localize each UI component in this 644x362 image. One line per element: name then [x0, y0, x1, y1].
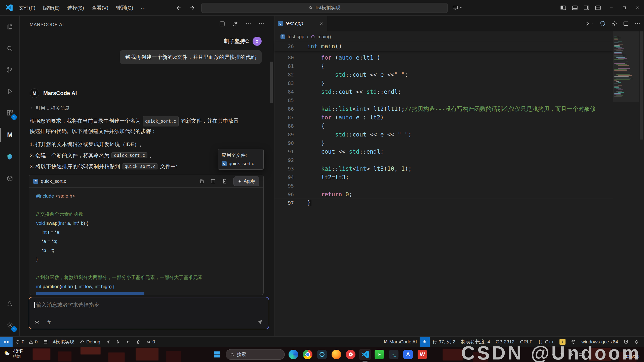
chat-scrollbar[interactable] [270, 62, 273, 103]
apply-button[interactable]: Apply [233, 176, 259, 186]
code-line-85[interactable]: 85 [274, 96, 613, 105]
sidebar-item-source-control[interactable] [0, 61, 20, 79]
maximize-button[interactable] [618, 0, 631, 16]
code-editor[interactable]: 80 for (auto e:lt1 )81 {82 std::cout << … [274, 53, 613, 207]
start-button[interactable] [211, 349, 223, 360]
bug-icon [126, 340, 131, 344]
customize-layout-button[interactable] [595, 5, 601, 11]
close-button[interactable] [631, 0, 644, 16]
cmake-project-button[interactable]: list模拟实现 [41, 337, 77, 347]
app-green[interactable] [374, 349, 385, 360]
app-chrome[interactable] [302, 349, 313, 360]
run-file-button[interactable] [584, 21, 594, 27]
cursor-position-button[interactable]: 行 97, 列 2 [430, 337, 458, 347]
sidebar-item-shield-ext[interactable] [0, 148, 20, 166]
ports-indicator[interactable]: 0 [143, 337, 158, 347]
marscode-status-button[interactable]: M MarsCode AI [381, 337, 420, 347]
taskbar-search[interactable]: 搜索 [226, 349, 285, 360]
toggle-sidebar-button[interactable] [560, 5, 567, 11]
search-command-center[interactable]: list模拟实现 [201, 3, 448, 13]
code-line-92[interactable]: 92 [274, 156, 613, 164]
sticky-scroll-line[interactable]: 26 int main() [274, 42, 613, 51]
app-wps[interactable]: W [417, 349, 428, 360]
zoom-status-button[interactable] [420, 337, 430, 347]
close-tab-icon[interactable] [319, 21, 324, 26]
app-music-red[interactable] [345, 349, 356, 360]
chat-input-box[interactable]: 输入消息或者“/”来选择指令 # [29, 297, 269, 329]
minimap[interactable] [613, 31, 639, 336]
insert-at-cursor-button[interactable] [210, 178, 216, 184]
problems-indicator[interactable]: 0 0 [13, 337, 40, 347]
app-edge[interactable] [288, 349, 299, 360]
copy-button[interactable] [199, 178, 204, 184]
code-line-82[interactable]: 82 std::cout << e <<" "; [274, 70, 613, 79]
code-line-96[interactable]: 96 return 0; [274, 190, 613, 199]
menu-file[interactable]: 文件(F) [15, 5, 39, 11]
sidebar-item-extensions[interactable]: 1 [0, 104, 20, 122]
menu-selection[interactable]: 选择(S) [63, 5, 88, 11]
breadcrumb-symbol[interactable]: main() [317, 34, 331, 39]
code-line-97[interactable]: 97} [274, 199, 613, 207]
send-button[interactable] [257, 319, 263, 325]
sidebar-item-package[interactable] [0, 170, 20, 187]
app-firefox[interactable] [331, 349, 342, 360]
code-line-87[interactable]: 87 for (auto e : lt2) [274, 113, 613, 122]
menu-overflow-button[interactable]: ··· [137, 5, 149, 11]
code-line-88[interactable]: 88 { [274, 122, 613, 130]
app-dark-tool[interactable] [316, 349, 328, 360]
code-line-89[interactable]: 89 std::cout << e << " "; [274, 130, 613, 139]
account-button[interactable] [0, 295, 20, 312]
back-button[interactable] [175, 5, 182, 11]
activity-bar: 1 M 1 [0, 16, 20, 336]
new-chat-button[interactable] [219, 21, 225, 27]
slash-commands-button[interactable] [34, 320, 40, 325]
code-line-84[interactable]: 84 std::cout << std::endl; [274, 87, 613, 96]
breadcrumb-file[interactable]: test.cpp [288, 34, 304, 39]
menu-view[interactable]: 查看(V) [88, 5, 112, 11]
code-line-91[interactable]: 91 cout << std::endl; [274, 147, 613, 156]
debug-button[interactable] [123, 337, 133, 347]
app-terminal[interactable]: >_ [388, 349, 399, 360]
remote-indicator[interactable]: >< [0, 337, 13, 347]
new-file-button[interactable] [222, 178, 227, 184]
code-line-93[interactable]: 93 kai::list<int> lt3(10, 1); [274, 164, 613, 173]
code-line-86[interactable]: 86 kai::list<int> lt2(lt1);//拷贝构造---没有写构… [274, 105, 613, 113]
code-line-81[interactable]: 81 { [274, 62, 613, 70]
code-line-95[interactable]: 95 [274, 182, 613, 190]
history-button[interactable] [245, 21, 252, 27]
menu-edit[interactable]: 编辑(E) [39, 5, 64, 11]
share-session-button[interactable] [232, 21, 238, 27]
remote-window-button[interactable] [452, 0, 463, 16]
forward-button[interactable] [189, 5, 196, 11]
scrollbar-thumb[interactable] [640, 31, 643, 140]
toggle-secondary-sidebar-button[interactable] [583, 5, 590, 11]
settings-gear-icon[interactable] [611, 21, 617, 27]
tab-test-cpp[interactable]: C test.cpp [274, 16, 327, 31]
code-analysis-shield-icon[interactable] [600, 21, 606, 27]
sidebar-item-run-debug[interactable] [0, 82, 20, 100]
more-actions-button[interactable] [258, 21, 265, 27]
clean-button[interactable] [133, 337, 143, 347]
menu-goto[interactable]: 转到(G) [112, 5, 137, 11]
split-editor-button[interactable] [623, 21, 629, 27]
code-line-80[interactable]: 80 for (auto e:lt1 ) [274, 53, 613, 62]
reference-toggle[interactable]: 引用 1 相关信息 [30, 105, 70, 112]
more-actions-button[interactable] [634, 21, 640, 27]
app-vscode[interactable] [359, 349, 371, 360]
weather-widget[interactable]: 48°F晴朗 [3, 348, 23, 358]
code-line-94[interactable]: 94 lt2=lt3; [274, 173, 613, 182]
code-line-83[interactable]: 83 } [274, 79, 613, 87]
build-variant-button[interactable]: Debug [77, 337, 103, 347]
code-line-90[interactable]: 90 } [274, 139, 613, 147]
kit-select-button[interactable] [103, 337, 113, 347]
sidebar-item-marscode[interactable]: M [0, 126, 20, 144]
editor-scrollbar[interactable] [639, 31, 644, 336]
build-run-button[interactable] [113, 337, 123, 347]
sidebar-item-search[interactable] [0, 40, 20, 57]
settings-button[interactable]: 1 [0, 316, 20, 334]
context-hash-button[interactable]: # [47, 319, 51, 326]
sidebar-item-explorer[interactable] [0, 18, 20, 35]
toggle-panel-button[interactable] [572, 5, 578, 11]
app-a-blue[interactable]: A [402, 349, 414, 360]
minimize-button[interactable] [605, 0, 618, 16]
